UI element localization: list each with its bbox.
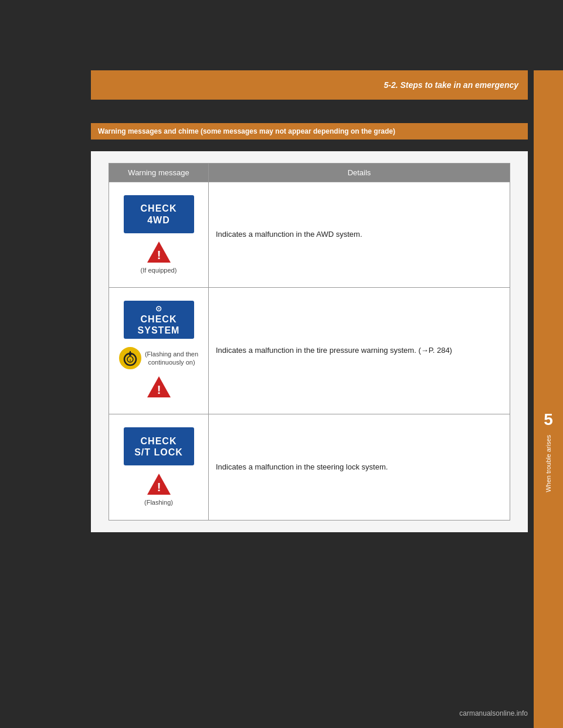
- svg-text:!: !: [157, 249, 161, 261]
- footer-url: carmanualsonline.info: [459, 709, 528, 717]
- check-system-sign: ⊙ CHECKSYSTEM: [124, 301, 194, 339]
- check-stlock-sign: CHECKS/T LOCK: [124, 427, 194, 465]
- details-cell-system: Indicates a malfunction in the tire pres…: [209, 288, 510, 414]
- warning-msg-cell-system: ⊙ CHECKSYSTEM: [109, 288, 209, 414]
- check-system-text: CHECKSYSTEM: [138, 314, 180, 336]
- header-bar: 5-2. Steps to take in an emergency: [91, 70, 528, 100]
- section-highlight-text: Warning messages and chime (some message…: [98, 127, 395, 135]
- col-header-warning: Warning message: [109, 164, 209, 182]
- sidebar-vertical-text: When trouble arises: [545, 435, 552, 492]
- alert-triangle-stlock: !: [146, 472, 172, 496]
- warning-msg-cell-stlock: CHECKS/T LOCK ! (Flashing): [109, 414, 209, 520]
- col-header-details: Details: [209, 164, 510, 182]
- details-cell-stlock: Indicates a malfunction in the steering …: [209, 414, 510, 520]
- sidebar-number: 5: [544, 410, 553, 429]
- table-row: CHECK4WD ! (If equipped): [109, 182, 510, 288]
- header-title: 5-2. Steps to take in an emergency: [384, 80, 518, 90]
- table-row: ⊙ CHECKSYSTEM: [109, 288, 510, 414]
- alert-triangle-system: !: [146, 375, 172, 399]
- sign-wrap-stlock: CHECKS/T LOCK ! (Flashing): [116, 421, 201, 512]
- details-cell-4wd: Indicates a malfunction in the AWD syste…: [209, 182, 510, 288]
- check-stlock-text: CHECKS/T LOCK: [134, 436, 183, 458]
- svg-text:!: !: [157, 383, 161, 396]
- table-row: CHECKS/T LOCK ! (Flashing): [109, 414, 510, 520]
- details-text-stlock: Indicates a malfunction in the steering …: [216, 462, 388, 471]
- tire-icon-wrap: ! (Flashing and then continuously on): [119, 347, 198, 369]
- footer-logo: carmanualsonline.info: [459, 709, 528, 717]
- if-equipped-label: (If equipped): [141, 266, 177, 274]
- warning-msg-cell-4wd: CHECK4WD ! (If equipped): [109, 182, 209, 288]
- tire-pressure-icon: !: [119, 347, 141, 369]
- details-text-4wd: Indicates a malfunction in the AWD syste…: [216, 230, 362, 239]
- check-4wd-text: CHECK4WD: [141, 203, 177, 225]
- svg-text:!: !: [157, 481, 161, 494]
- sign-wrap-4wd: CHECK4WD ! (If equipped): [116, 189, 201, 280]
- section-highlight: Warning messages and chime (some message…: [91, 123, 528, 140]
- tire-icon-caption: (Flashing and then continuously on): [145, 350, 198, 367]
- flashing-label: (Flashing): [144, 498, 173, 506]
- body-content: Warning message Details CHECK4WD: [91, 151, 528, 532]
- details-text-system: Indicates a malfunction in the tire pres…: [216, 346, 452, 355]
- svg-rect-4: [129, 352, 131, 356]
- check-4wd-sign: CHECK4WD: [124, 195, 194, 233]
- right-sidebar: 5 When trouble arises: [534, 70, 563, 728]
- warning-table: Warning message Details CHECK4WD: [108, 163, 510, 521]
- alert-triangle-4wd: !: [146, 240, 172, 264]
- page-container: 5-2. Steps to take in an emergency Warni…: [0, 0, 563, 728]
- svg-text:!: !: [130, 358, 131, 363]
- sign-wrap-system: ⊙ CHECKSYSTEM: [116, 295, 201, 407]
- check-circle-icon: ⊙: [155, 304, 162, 313]
